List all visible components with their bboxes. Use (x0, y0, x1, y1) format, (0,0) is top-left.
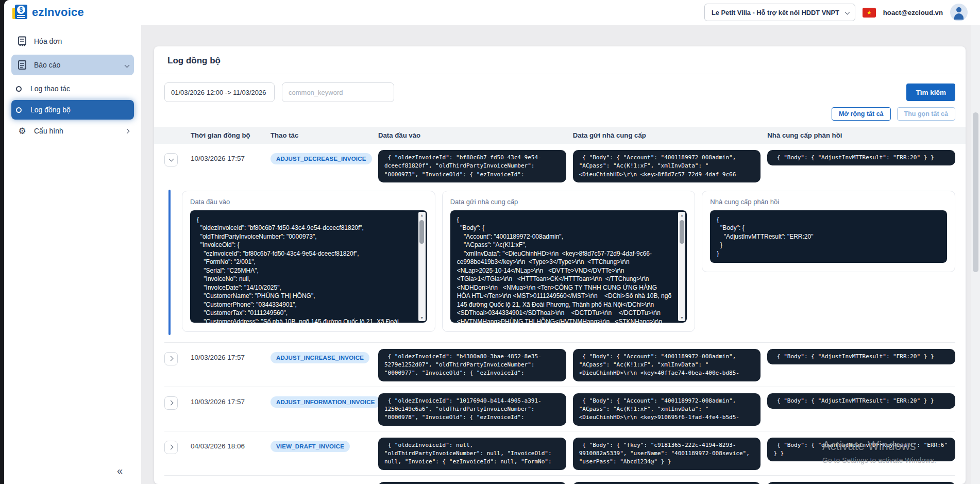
sidebar-item-label: Log thao tác (30, 85, 70, 93)
sidebar-item-bao-cao[interactable]: Báo cáo (11, 55, 134, 75)
topbar: $ ezInvoice Le Petit Villa - Hỗ trợ kết … (4, 0, 980, 25)
table-row: 04/03/2026 18:05 VIEW_DRAFT_INVOICE { "o… (164, 476, 955, 484)
main-content: Log đồng bộ Tìm kiếm Mở rộng tất cả Thu … (141, 25, 980, 484)
chevron-right-icon (168, 356, 173, 361)
provider-response-panel: Nhà cung cấp phản hồi { "Body": { "Adjus… (702, 191, 955, 273)
sync-time: 10/03/2026 17:57 (191, 354, 264, 361)
collapse-row-button[interactable] (164, 153, 178, 166)
scrollbar-thumb[interactable] (680, 220, 684, 244)
collapse-all-button[interactable]: Thu gọn tất cả (897, 107, 955, 121)
data-in-code-block: { "oldezInvoiceId": "bf80c6b7-fd50-43c4-… (190, 210, 427, 323)
data-sent-preview: { "Body": { "fkey": "c9181365-222c-4194-… (573, 438, 761, 470)
data-in-preview: { "oldezInvoiceId": null, "oldThirdParty… (378, 482, 566, 484)
column-header-time: Thời gian đồng bộ (191, 131, 264, 139)
sidebar-item-log-dong-bo[interactable]: Log đồng bộ (11, 100, 134, 120)
panel-title: Data gửi nhà cung cấp (450, 198, 687, 206)
sidebar-item-label: Báo cáo (34, 61, 118, 69)
panel-title: Data đầu vào (190, 198, 427, 206)
user-avatar[interactable] (950, 4, 968, 21)
brand-logo: $ ezInvoice (12, 5, 84, 20)
data-in-preview: { "oldezInvoiceId": "bf80c6b7-fd50-43c4-… (378, 150, 566, 182)
scrollbar-thumb[interactable] (419, 220, 424, 244)
scrollbar[interactable]: ▲ ▼ (678, 212, 685, 321)
gear-icon: ⚙ (18, 127, 27, 136)
filter-bar: Tìm kiếm (164, 82, 955, 102)
table-row: 10/03/2026 17:57 ADJUST_INFORMATION_INVO… (164, 387, 955, 431)
expand-collapse-toolbar: Mở rộng tất cả Thu gọn tất cả (164, 107, 955, 121)
expand-row-button[interactable] (164, 352, 178, 365)
vietnam-flag-icon: ★ (863, 8, 876, 18)
sidebar-item-cau-hinh[interactable]: ⚙ Cấu hình (11, 122, 134, 140)
sync-time: 10/03/2026 17:57 (191, 398, 264, 406)
scroll-down-icon[interactable]: ▼ (418, 316, 426, 320)
data-sent-panel: Data gửi nhà cung cấp { "Body": { "Accou… (442, 191, 696, 332)
date-range-input[interactable] (164, 82, 275, 102)
expand-all-button[interactable]: Mở rộng tất cả (832, 107, 891, 121)
column-header-action: Thao tác (271, 131, 371, 139)
invoice-icon (18, 36, 27, 46)
data-sent-detail: { "Body": { "Account": "4001189972-008ad… (457, 215, 672, 323)
data-sent-preview: { "Body": { "Account": "4001189972-008ad… (573, 150, 761, 182)
column-header-provider-response: Nhà cung cấp phản hồi (767, 131, 955, 139)
ezinvoice-logo-icon: $ (12, 5, 28, 20)
scroll-down-icon[interactable]: ▼ (678, 316, 685, 320)
expanded-accent-bar (168, 190, 171, 335)
chevron-right-icon (168, 445, 173, 450)
chevron-right-icon (168, 400, 173, 406)
action-badge: VIEW_DRAFT_INVOICE (271, 441, 350, 452)
column-header-data-sent: Data gửi nhà cung cấp (573, 131, 761, 139)
provider-response-preview: { "Body": { "AdjustInvMTTResult": "ERR:2… (767, 349, 955, 364)
action-badge: ADJUST_INFORMATION_INVOICE (271, 396, 381, 408)
report-icon (18, 60, 27, 70)
chevron-right-icon (125, 128, 130, 133)
sidebar-item-log-thao-tac[interactable]: Log thao tác (11, 79, 134, 98)
user-email: hoact@ezcloud.vn (883, 9, 943, 16)
circle-icon (16, 86, 22, 92)
data-in-preview: { "oldezInvoiceId": "10176940-b414-4905-… (378, 393, 566, 426)
sync-time: 10/03/2026 17:57 (191, 155, 264, 162)
data-in-preview: { "oldezInvoiceId": null, "oldThirdParty… (378, 438, 566, 470)
chevron-down-icon (844, 10, 850, 15)
sync-log-table: Thời gian đồng bộ Thao tác Data đầu vào … (154, 127, 966, 484)
page-title: Log đồng bộ (164, 55, 955, 66)
data-sent-preview: { "Body": { "Account": "4001189972-008ad… (573, 349, 761, 381)
expand-row-button[interactable] (164, 396, 178, 410)
action-badge: ADJUST_DECREASE_INVOICE (271, 153, 372, 164)
data-sent-preview: { "Body": { "Account": "4001189972-008ad… (573, 393, 761, 426)
chevron-down-icon (168, 157, 174, 162)
data-sent-code-block: { "Body": { "Account": "4001189972-008ad… (450, 210, 687, 323)
sidebar-collapse-button[interactable]: « (117, 465, 123, 477)
column-header-data-in: Data đầu vào (378, 131, 566, 139)
company-select[interactable]: Le Petit Villa - Hỗ trợ kết nối HDDT VNP… (704, 4, 855, 21)
brand-name: ezInvoice (32, 6, 84, 19)
search-button[interactable]: Tìm kiếm (906, 84, 955, 101)
company-select-value: Le Petit Villa - Hỗ trợ kết nối HDDT VNP… (712, 9, 839, 16)
scroll-up-icon[interactable]: ▲ (678, 213, 685, 217)
topbar-right: Le Petit Villa - Hỗ trợ kết nối HDDT VNP… (704, 4, 968, 21)
partial-row-container: 04/03/2026 18:05 VIEW_DRAFT_INVOICE { "o… (164, 476, 955, 484)
provider-response-code-block: { "Body": { "AdjustInvMTTResult": "ERR:2… (710, 210, 947, 263)
person-icon (956, 7, 961, 12)
sidebar-item-hoa-don[interactable]: Hóa đơn (11, 32, 134, 51)
table-row: 10/03/2026 17:57 ADJUST_INCREASE_INVOICE… (164, 343, 955, 387)
provider-response-preview: { "Body": { "AdjustInvMTTResult": "ERR:2… (767, 150, 955, 165)
chevron-down-icon (125, 62, 130, 68)
provider-response-preview: { "Body": { "downloadNewInvPDFFkeyResult… (767, 438, 955, 462)
data-in-detail: { "oldezInvoiceId": "bf80c6b7-fd50-43c4-… (197, 215, 412, 323)
scrollbar[interactable]: ▲ ▼ (418, 212, 426, 321)
expand-row-button[interactable] (164, 441, 178, 454)
sidebar: Hóa đơn Báo cáo Log thao tác Log đồng bộ… (4, 25, 141, 484)
page-scrollbar[interactable] (971, 25, 980, 484)
keyword-input[interactable] (282, 82, 394, 102)
dollar-icon: $ (17, 6, 25, 14)
data-sent-preview: { "Body": { "fkey": "c9181365-222c-4194-… (573, 482, 761, 484)
circle-icon (16, 107, 22, 113)
table-row: 04/03/2026 18:06 VIEW_DRAFT_INVOICE { "o… (164, 431, 955, 475)
log-sync-card: Log đồng bộ Tìm kiếm Mở rộng tất cả Thu … (154, 46, 966, 484)
sidebar-item-label: Hóa đơn (34, 37, 62, 45)
page-scrollbar-thumb[interactable] (973, 112, 978, 272)
app-window: $ ezInvoice Le Petit Villa - Hỗ trợ kết … (4, 0, 980, 484)
sidebar-item-label: Cấu hình (34, 127, 118, 135)
scroll-up-icon[interactable]: ▲ (418, 213, 426, 217)
data-in-preview: { "oldezInvoiceId": "b4300a80-3bae-4852-… (378, 349, 566, 381)
